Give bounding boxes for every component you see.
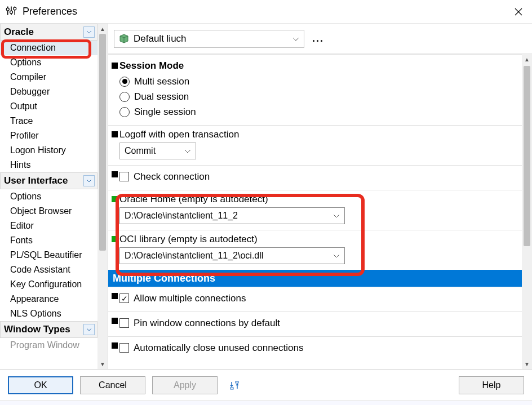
- collapse-icon[interactable]: [83, 175, 95, 186]
- apply-button[interactable]: Apply: [152, 376, 218, 394]
- tree-item-editor[interactable]: Editor: [0, 219, 97, 233]
- checkbox-icon: [119, 318, 129, 328]
- collapse-icon[interactable]: [83, 26, 95, 38]
- oci-library-value: D:\Oracle\instantclient_11_2\oci.dll: [125, 251, 263, 261]
- section-marker-modified-icon: [112, 236, 118, 242]
- tree-category-oracle[interactable]: Oracle: [0, 24, 97, 41]
- main-area: Oracle Connection Options Compiler Debug…: [0, 24, 532, 369]
- tree-item-logon-history[interactable]: Logon History: [0, 143, 97, 158]
- profile-toolbar: Default liuch ...: [108, 24, 532, 54]
- checkbox-label: Check connection: [134, 171, 210, 183]
- oracle-home-field[interactable]: D:\Oracle\instantclient_11_2: [119, 207, 345, 224]
- tree-item-ui-options[interactable]: Options: [0, 189, 97, 204]
- tree-item-label: Key Configuration: [10, 279, 82, 290]
- tree-item-nls-options[interactable]: NLS Options: [0, 306, 97, 321]
- chevron-down-icon: [333, 211, 340, 221]
- chevron-down-icon: [184, 146, 191, 156]
- section-auto-close: Automatically close unused connections: [108, 336, 522, 361]
- tree-category-window-types[interactable]: Window Types: [0, 321, 97, 338]
- preference-tree: Oracle Connection Options Compiler Debug…: [0, 24, 97, 369]
- tree-item-code-assistant[interactable]: Code Assistant: [0, 262, 97, 277]
- svg-rect-3: [230, 388, 233, 389]
- tree-category-user-interface[interactable]: User Interface: [0, 172, 97, 189]
- chevron-down-icon: [292, 33, 299, 44]
- tree-item-key-configuration[interactable]: Key Configuration: [0, 277, 97, 292]
- button-label: Apply: [174, 380, 196, 390]
- tree-item-label: Connection: [10, 43, 56, 53]
- tree-item-options[interactable]: Options: [0, 55, 97, 70]
- tree-item-compiler[interactable]: Compiler: [0, 70, 97, 84]
- section-marker-icon: [112, 171, 118, 177]
- tree-item-label: Program Window: [10, 340, 79, 350]
- tree-item-label: Debugger: [10, 87, 50, 97]
- scroll-down-icon[interactable]: ▼: [522, 359, 532, 369]
- tree-item-label: Object Browser: [10, 206, 72, 216]
- tree-item-connection[interactable]: Connection: [0, 41, 97, 55]
- import-export-button[interactable]: [224, 376, 245, 394]
- check-connection-checkbox[interactable]: Check connection: [119, 169, 520, 184]
- auto-close-checkbox[interactable]: Automatically close unused connections: [119, 340, 520, 355]
- more-button[interactable]: ...: [312, 33, 324, 44]
- section-logoff: Logoff with open transaction Commit: [108, 125, 522, 165]
- checkbox-icon: [119, 172, 129, 181]
- tree-item-output[interactable]: Output: [0, 99, 97, 114]
- radio-label: Multi session: [134, 76, 189, 87]
- allow-multiple-checkbox[interactable]: Allow multiple connections: [119, 291, 520, 306]
- tree-item-label: Trace: [10, 116, 33, 126]
- section-pin-window: Pin window connections by default: [108, 311, 522, 336]
- tree-item-profiler[interactable]: Profiler: [0, 128, 97, 143]
- multiple-connections-header: Multiple Connections: [108, 270, 522, 287]
- section-marker-icon: [112, 293, 118, 299]
- session-mode-heading: Session Mode: [119, 60, 520, 72]
- tree-item-object-browser[interactable]: Object Browser: [0, 204, 97, 219]
- collapse-icon[interactable]: [83, 324, 95, 335]
- tree-item-label: Options: [10, 57, 41, 68]
- button-label: Help: [482, 380, 501, 390]
- scrollbar-thumb[interactable]: [99, 34, 106, 251]
- tree-item-label: Logon History: [10, 145, 66, 155]
- tree-item-appearance[interactable]: Appearance: [0, 292, 97, 306]
- logoff-select[interactable]: Commit: [119, 143, 196, 159]
- section-marker-icon: [112, 131, 118, 137]
- tree-item-trace[interactable]: Trace: [0, 114, 97, 128]
- scroll-up-icon[interactable]: ▲: [97, 24, 108, 34]
- scroll-down-icon[interactable]: ▼: [97, 359, 108, 369]
- svg-point-2: [14, 7, 16, 10]
- tree-item-fonts[interactable]: Fonts: [0, 233, 97, 248]
- ok-button[interactable]: OK: [8, 376, 73, 394]
- oci-library-field[interactable]: D:\Oracle\instantclient_11_2\oci.dll: [119, 247, 345, 264]
- radio-single-session[interactable]: Single session: [119, 104, 520, 119]
- preferences-icon: [6, 5, 17, 19]
- logoff-value: Commit: [125, 146, 156, 156]
- checkbox-label: Automatically close unused connections: [134, 342, 303, 354]
- tree-item-label: NLS Options: [10, 309, 61, 319]
- section-marker-icon: [112, 63, 118, 69]
- tree-item-label: Profiler: [10, 131, 39, 141]
- scroll-up-icon[interactable]: ▲: [522, 54, 532, 64]
- content-scrollbar[interactable]: ▲ ▼: [522, 54, 532, 369]
- tree-item-plsql-beautifier[interactable]: PL/SQL Beautifier: [0, 248, 97, 262]
- svg-point-1: [10, 11, 13, 14]
- tree-item-hints[interactable]: Hints: [0, 158, 97, 172]
- help-button[interactable]: Help: [459, 376, 524, 394]
- scrollbar-track[interactable]: [97, 251, 108, 359]
- section-oracle-home: Oracle Home (empty is autodetect) D:\Ora…: [108, 190, 522, 230]
- profile-select[interactable]: Default liuch: [114, 30, 304, 48]
- svg-rect-4: [236, 381, 238, 383]
- close-button[interactable]: [507, 1, 530, 23]
- tree-item-label: PL/SQL Beautifier: [10, 250, 82, 260]
- sidebar-scrollbar[interactable]: ▲ ▼: [97, 24, 108, 369]
- tree-category-label: User Interface: [4, 175, 68, 186]
- radio-label: Single session: [134, 106, 196, 118]
- radio-multi-session[interactable]: Multi session: [119, 74, 520, 89]
- oracle-home-value: D:\Oracle\instantclient_11_2: [125, 211, 238, 221]
- cancel-button[interactable]: Cancel: [80, 376, 145, 394]
- radio-dual-session[interactable]: Dual session: [119, 89, 520, 104]
- tree-item-label: Appearance: [10, 294, 59, 304]
- tree-item-program-window[interactable]: Program Window: [0, 338, 97, 353]
- scrollbar-thumb[interactable]: [524, 66, 530, 246]
- tree-item-debugger[interactable]: Debugger: [0, 84, 97, 99]
- pin-window-checkbox[interactable]: Pin window connections by default: [119, 315, 520, 331]
- checkbox-icon: [119, 343, 129, 353]
- scrollbar-track[interactable]: [522, 248, 532, 359]
